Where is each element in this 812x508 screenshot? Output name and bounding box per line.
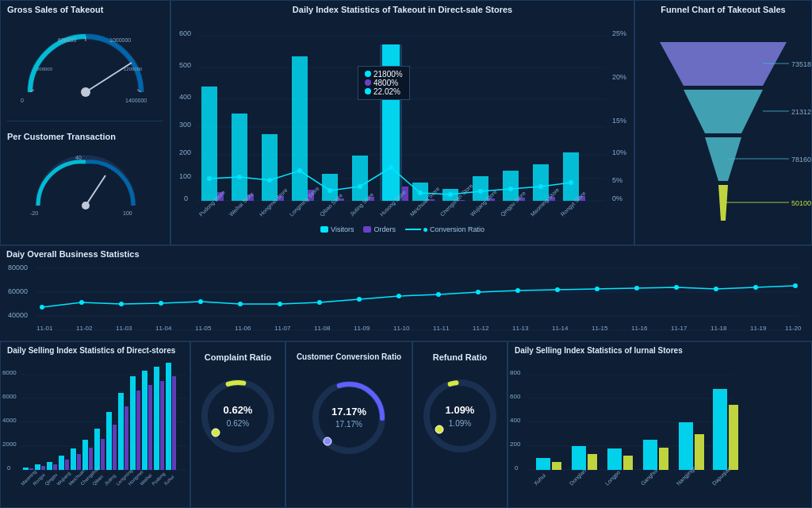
svg-rect-218 — [643, 440, 657, 470]
complaint-title: Complaint Ratio — [198, 348, 278, 366]
svg-text:Jiuting: Jiuting — [103, 473, 117, 487]
svg-text:11-01: 11-01 — [36, 325, 53, 332]
svg-rect-212 — [536, 458, 550, 470]
svg-rect-169 — [113, 425, 117, 470]
svg-rect-175 — [148, 385, 152, 470]
svg-rect-37 — [232, 114, 247, 201]
svg-point-106 — [119, 302, 124, 306]
svg-rect-223 — [729, 405, 738, 470]
svg-rect-177 — [160, 381, 164, 470]
svg-text:8000: 8000 — [2, 369, 17, 376]
svg-text:25%: 25% — [612, 29, 626, 37]
legend-orders: Orders — [363, 225, 396, 233]
svg-rect-221 — [695, 434, 704, 470]
daily-overall-panel: Daiy Overall Business Statistics 80000 6… — [0, 246, 812, 341]
svg-point-70 — [418, 190, 423, 195]
svg-text:11-20: 11-20 — [785, 325, 802, 332]
svg-text:40000: 40000 — [8, 311, 28, 319]
svg-line-15 — [86, 175, 105, 206]
conversion-label: 17.17% — [335, 420, 362, 429]
svg-point-118 — [595, 287, 599, 291]
svg-point-110 — [278, 302, 282, 306]
svg-marker-92 — [718, 185, 728, 221]
svg-text:400: 400 — [510, 417, 521, 424]
legend-visitors-icon — [320, 226, 328, 233]
svg-point-121 — [714, 287, 718, 291]
svg-rect-164 — [82, 440, 88, 470]
svg-rect-166 — [94, 429, 100, 470]
svg-rect-216 — [607, 448, 622, 470]
svg-rect-39 — [292, 56, 308, 201]
complaint-gauge: 0.62% 0.62% — [194, 372, 282, 460]
svg-rect-157 — [41, 466, 45, 470]
refund-title: Refund Ratio — [427, 348, 493, 366]
svg-text:60000: 60000 — [8, 287, 28, 295]
svg-text:11-16: 11-16 — [631, 325, 648, 332]
svg-point-115 — [476, 290, 481, 294]
svg-rect-158 — [47, 462, 52, 470]
svg-text:40: 40 — [75, 155, 82, 160]
svg-rect-170 — [118, 393, 124, 470]
lurnal-stores-panel: Daily Selling Index Statistics of lurnal… — [508, 341, 812, 508]
conversion-gauge: 17.17% 17.17% — [292, 371, 407, 459]
svg-point-109 — [238, 302, 243, 306]
svg-rect-222 — [713, 389, 727, 470]
svg-text:0: 0 — [184, 194, 188, 202]
svg-text:Longpo: Longpo — [604, 469, 622, 487]
conversion-panel: Customer Conversion Ratio 17.17% 17.17% — [285, 341, 412, 508]
legend-visitors-label: Visitors — [331, 225, 354, 233]
lurnal-stores-title: Daily Selling Index Statistics of lurnal… — [508, 342, 811, 359]
svg-point-72 — [478, 189, 483, 194]
svg-text:600: 600 — [179, 29, 191, 37]
svg-text:1200000: 1200000 — [124, 67, 143, 71]
svg-text:11-09: 11-09 — [354, 325, 370, 332]
svg-text:11-03: 11-03 — [116, 325, 132, 332]
svg-rect-38 — [262, 134, 278, 201]
svg-rect-215 — [588, 454, 597, 470]
svg-marker-90 — [684, 90, 763, 133]
svg-rect-171 — [124, 406, 128, 470]
svg-text:0%: 0% — [612, 194, 622, 202]
gross-sales-gauge-svg: 0 600000 1000000 1400000 200000 1200000 — [14, 25, 157, 104]
svg-text:0: 0 — [515, 464, 519, 471]
svg-text:11-12: 11-12 — [473, 325, 489, 332]
legend-orders-icon — [363, 226, 371, 233]
funnel-panel: Funnel Chart of Takeout Sales 7351800% 2 — [634, 0, 812, 245]
svg-text:Donglan: Donglan — [569, 468, 588, 487]
svg-point-193 — [205, 383, 271, 449]
svg-text:11-07: 11-07 — [274, 325, 291, 332]
svg-text:600000: 600000 — [58, 37, 76, 43]
funnel-val3: 781600% — [791, 156, 812, 164]
svg-text:2000: 2000 — [2, 441, 17, 448]
svg-rect-167 — [101, 439, 105, 470]
svg-rect-173 — [136, 391, 140, 470]
svg-rect-162 — [71, 448, 76, 470]
tooltip-box: 21800% 4800% 22.02% — [358, 66, 410, 100]
funnel-chart: 7351800% 2131200% 781600% 501000% — [634, 18, 812, 225]
per-customer-gauge-svg: -20 40 100 — [26, 152, 145, 215]
daily-overall-chart: 80000 60000 40000 — [6, 260, 806, 332]
svg-text:11-13: 11-13 — [512, 325, 529, 332]
svg-text:15%: 15% — [612, 117, 626, 125]
svg-point-67 — [327, 188, 332, 193]
svg-point-63 — [207, 176, 212, 181]
svg-rect-179 — [172, 376, 176, 470]
svg-point-68 — [358, 184, 362, 189]
svg-text:-20: -20 — [30, 210, 38, 215]
svg-rect-178 — [166, 363, 171, 470]
svg-point-199 — [427, 383, 493, 449]
legend-conversion: Conversion Ratio — [405, 225, 485, 233]
conversion-title: Customer Conversion Ratio — [290, 348, 408, 365]
svg-rect-219 — [659, 448, 668, 470]
svg-point-71 — [448, 192, 453, 197]
svg-text:11-11: 11-11 — [433, 325, 450, 332]
legend-conversion-icon — [405, 229, 421, 230]
svg-text:6000: 6000 — [2, 393, 17, 400]
svg-point-123 — [793, 283, 798, 288]
lurnal-stores-chart: 800 600 400 200 0 — [508, 359, 738, 498]
svg-text:400: 400 — [179, 93, 191, 101]
funnel-title: Funnel Chart of Takeout Sales — [635, 1, 811, 18]
svg-rect-217 — [623, 456, 633, 470]
legend-conversion-dot — [423, 228, 427, 232]
svg-rect-156 — [35, 464, 40, 470]
